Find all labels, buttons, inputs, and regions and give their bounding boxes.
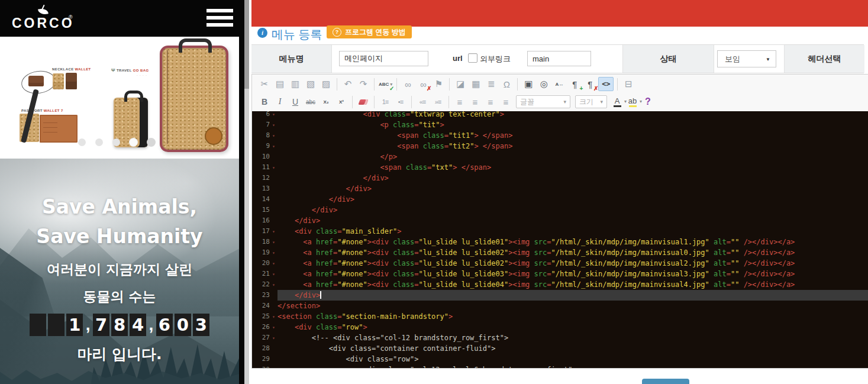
fold-spacer — [270, 151, 277, 162]
program-link-help-button[interactable]: ? 프로그램 연동 방법 — [327, 25, 412, 38]
align-center-icon[interactable]: ≡ — [468, 95, 482, 109]
size-dropdown[interactable]: 크기▾ — [575, 95, 607, 108]
source-button[interactable]: <> — [598, 77, 614, 91]
slider-dot[interactable] — [147, 138, 156, 147]
bulleted-list-icon[interactable]: •≡ — [393, 95, 408, 109]
paste-text-icon[interactable]: ▧ — [304, 77, 318, 91]
align-left-icon[interactable]: ≡ — [453, 95, 467, 109]
subscript-button[interactable]: X₂ — [319, 95, 333, 109]
code-line-28[interactable]: 28 <div class="container container-fluid… — [252, 343, 868, 354]
special-char-icon[interactable]: Ω — [499, 77, 514, 91]
fold-arrow-icon[interactable]: ▾ — [270, 130, 277, 141]
redo-icon[interactable]: ↷ — [356, 77, 370, 91]
code-line-17[interactable]: 17▾ <div class="main_slider"> — [252, 226, 868, 237]
anchor-icon[interactable]: ⚑ — [431, 77, 446, 91]
code-line-25[interactable]: 25▾<section class="section-main-brandsto… — [252, 311, 868, 322]
slider-dot[interactable] — [130, 138, 137, 146]
code-line-27[interactable]: 27▾ <!-- <div class="col-12 brandstory_r… — [252, 333, 868, 343]
code-line-16[interactable]: 16 </div> — [252, 215, 868, 226]
status-select[interactable]: 보임 ▼ — [717, 50, 776, 67]
print-icon[interactable]: ⊟ — [621, 77, 635, 91]
code-line-11[interactable]: 11▾ <span class="txt"> </span> — [252, 162, 868, 173]
show-blocks-icon[interactable]: ¶+ — [567, 77, 582, 91]
fold-arrow-icon[interactable]: ▾ — [270, 258, 277, 269]
slider-dot[interactable] — [112, 138, 120, 146]
undo-icon[interactable]: ↶ — [341, 77, 355, 91]
code-line-15[interactable]: 15 </div> — [252, 205, 868, 215]
code-line-12[interactable]: 12 </div> — [252, 173, 868, 183]
align-justify-icon[interactable]: ≡ — [499, 95, 513, 109]
paste-icon[interactable]: ▥ — [288, 77, 302, 91]
indent-icon[interactable]: »≡ — [431, 95, 445, 109]
paste-word-icon[interactable]: ▨ — [319, 77, 333, 91]
about-icon[interactable]: ? — [641, 95, 655, 109]
find-icon[interactable]: ◎ — [537, 77, 551, 91]
text-color-icon[interactable]: A▾ — [610, 95, 624, 109]
code-line-30[interactable]: 30 <div class="col-12 col-xl-6 brandstor… — [252, 364, 868, 368]
code-line-10[interactable]: 10 </p> — [252, 151, 868, 162]
code-line-14[interactable]: 14 </div> — [252, 194, 868, 205]
fold-arrow-icon[interactable]: ▾ — [270, 120, 277, 130]
underline-button[interactable]: U — [288, 95, 302, 109]
cut-icon[interactable]: ✂ — [257, 77, 272, 91]
horizontal-line-icon[interactable]: ≣ — [484, 77, 498, 91]
font-dropdown[interactable]: 글꼴▾ — [516, 95, 570, 108]
code-line-20[interactable]: 20▾ <a href="#none"><div class="lu_slide… — [252, 258, 868, 269]
background-color-icon[interactable]: ab▾ — [625, 95, 640, 109]
hamburger-menu-icon[interactable] — [206, 9, 233, 28]
code-line-19[interactable]: 19▾ <a href="#none"><div class="lu_slide… — [252, 247, 868, 258]
preview-scrollbar-thumb[interactable] — [244, 0, 249, 89]
hide-blocks-icon[interactable]: ¶✗ — [583, 77, 597, 91]
code-line-7[interactable]: 7▾ <p class="tit"> — [252, 120, 868, 130]
align-right-icon[interactable]: ≡ — [483, 95, 498, 109]
link-icon[interactable]: ∞ — [401, 77, 415, 91]
bold-button[interactable]: B — [257, 95, 272, 109]
table-icon[interactable]: ▦ — [469, 77, 483, 91]
url-input[interactable] — [527, 51, 591, 66]
code-line-8[interactable]: 8▾ <span class="tit1"> </span> — [252, 130, 868, 141]
fold-arrow-icon[interactable]: ▾ — [270, 333, 277, 343]
fold-arrow-icon[interactable]: ▾ — [270, 141, 277, 151]
counter-digit-box — [30, 314, 46, 336]
code-line-22[interactable]: 22▾ <a href="#none"><div class="lu_slide… — [252, 279, 868, 290]
fold-arrow-icon[interactable]: ▾ — [270, 269, 277, 279]
strikethrough-button[interactable]: abc — [304, 95, 318, 109]
unlink-icon[interactable]: ∞✗ — [416, 77, 430, 91]
code-line-29[interactable]: 29 <div class="row"> — [252, 354, 868, 364]
preview-scrollbar[interactable] — [244, 0, 249, 384]
image-icon[interactable]: ◪ — [453, 77, 467, 91]
slider-dot[interactable] — [78, 138, 86, 146]
code-line-23[interactable]: 23 </div> — [252, 290, 868, 301]
code-line-24[interactable]: 24</section> — [252, 301, 868, 311]
fold-arrow-icon[interactable]: ▾ — [270, 279, 277, 290]
code-line-6[interactable]: 6▾ <div class="txtwrap text-center"> — [252, 111, 868, 120]
replace-icon[interactable]: A↔ — [552, 77, 566, 91]
fold-arrow-icon[interactable]: ▾ — [270, 226, 277, 237]
outdent-icon[interactable]: «≡ — [415, 95, 430, 109]
maximize-icon[interactable]: ▣ — [521, 77, 535, 91]
spellcheck-icon[interactable]: ABC✓▾ — [378, 77, 393, 91]
line-number: 9 — [252, 141, 270, 151]
superscript-button[interactable]: X² — [334, 95, 349, 109]
code-line-26[interactable]: 26▾ <div class="row"> — [252, 322, 868, 333]
menu-name-input[interactable] — [339, 51, 428, 66]
fold-arrow-icon[interactable]: ▾ — [270, 322, 277, 333]
code-line-9[interactable]: 9▾ <span class="tit2"> </span> — [252, 141, 868, 151]
fold-arrow-icon[interactable]: ▾ — [270, 237, 277, 247]
copy-icon[interactable]: ▤ — [273, 77, 287, 91]
fold-arrow-icon[interactable]: ▾ — [270, 162, 277, 173]
slider-dot[interactable] — [95, 138, 103, 146]
code-area[interactable]: 6▾ <div class="txtwrap text-center">7▾ <… — [252, 111, 868, 368]
remove-format-icon[interactable] — [356, 95, 370, 109]
numbered-list-icon[interactable]: 1≡ — [378, 95, 392, 109]
italic-button[interactable]: I — [273, 95, 287, 109]
external-link-checkbox[interactable] — [468, 53, 477, 63]
save-button[interactable]: 저장하기 — [642, 379, 689, 384]
fold-arrow-icon[interactable]: ▾ — [270, 111, 277, 120]
fold-arrow-icon[interactable]: ▾ — [270, 311, 277, 322]
fold-arrow-icon[interactable]: ▾ — [270, 247, 277, 258]
code-line-21[interactable]: 21▾ <a href="#none"><div class="lu_slide… — [252, 269, 868, 279]
code-line-13[interactable]: 13 </div> — [252, 183, 868, 194]
toolbar-separator — [337, 78, 337, 91]
code-line-18[interactable]: 18▾ <a href="#none"><div class="lu_slide… — [252, 237, 868, 247]
